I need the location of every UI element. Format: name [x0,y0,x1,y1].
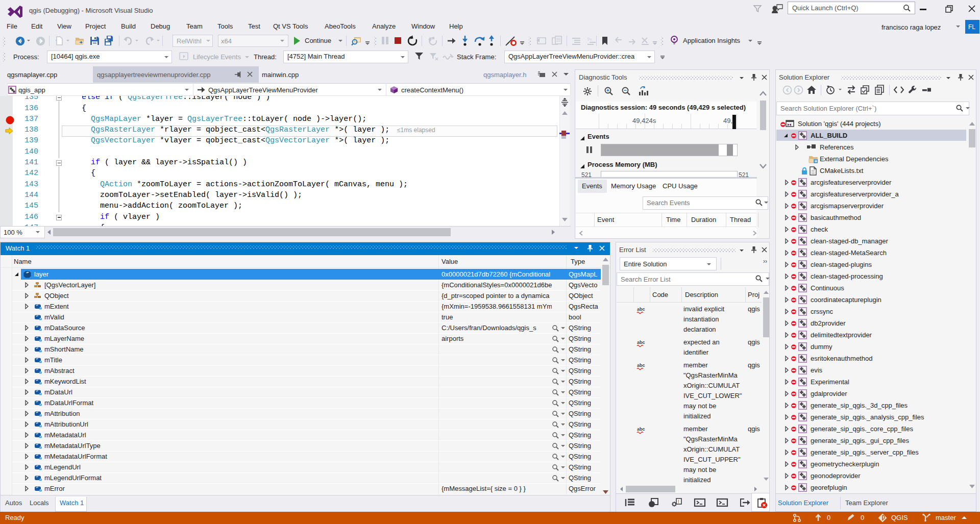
svg-text:abc: abc [637,363,645,368]
svg-text:abc: abc [637,427,645,432]
svg-text:abc: abc [637,340,645,345]
svg-text:!: ! [678,499,679,504]
svg-text:?=: ?= [587,37,592,42]
svg-text:abc: abc [637,307,645,312]
